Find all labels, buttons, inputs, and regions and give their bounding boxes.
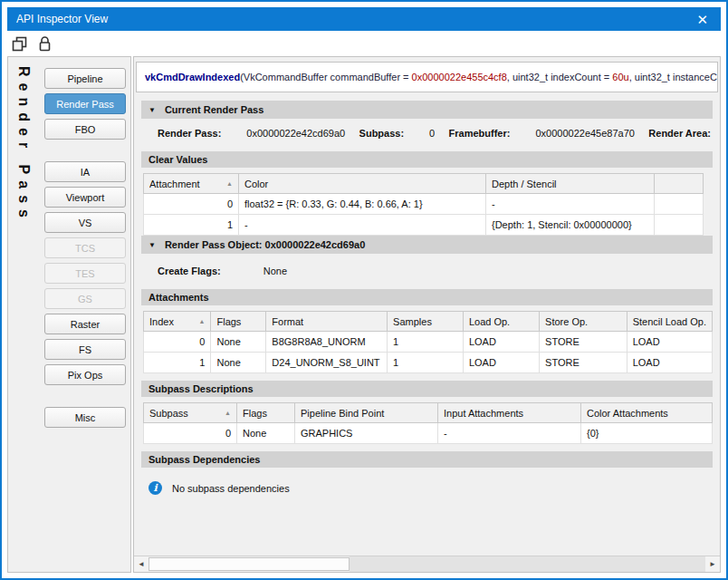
- column-header-flags[interactable]: Flags: [237, 403, 295, 423]
- table-cell: None: [211, 332, 266, 353]
- stage-button-gs: GS: [44, 288, 126, 309]
- column-header-label: Flags: [216, 316, 260, 327]
- column-header-stencil-load-op[interactable]: Stencil Load Op.: [627, 312, 712, 332]
- column-header-format[interactable]: Format: [266, 312, 388, 332]
- field-value: 0x0000022e42cd69a0: [246, 128, 345, 139]
- table-cell: LOAD: [627, 332, 712, 353]
- api-call-function-name: vkCmdDrawIndexed: [145, 72, 240, 82]
- table-cell: 0: [144, 332, 211, 353]
- table-cell: -: [486, 194, 655, 215]
- column-header-attachment[interactable]: Attachment▲: [144, 174, 239, 194]
- field-render-area: Render Area:: [648, 128, 711, 139]
- scrollbar-track[interactable]: [350, 556, 705, 572]
- column-header-index[interactable]: Index▲: [144, 312, 211, 332]
- column-header-subpass[interactable]: Subpass▲: [144, 403, 237, 423]
- column-header-flags[interactable]: Flags: [211, 312, 266, 332]
- table-cell: STORE: [540, 353, 627, 373]
- table-row[interactable]: 1NoneD24_UNORM_S8_UINT1LOADSTORELOAD: [144, 353, 713, 373]
- stage-button-pipeline[interactable]: Pipeline: [44, 68, 126, 89]
- column-header-label: Flags: [243, 408, 289, 419]
- column-header-empty[interactable]: [655, 174, 704, 194]
- duplicate-panel-button[interactable]: [9, 34, 29, 53]
- stage-buttons: PipelineRender PassFBOIAViewportVSTCSTES…: [34, 57, 130, 572]
- table-cell: -: [239, 215, 486, 236]
- section-title: Current Render Pass: [165, 104, 263, 115]
- api-call-segment: , uint32_t indexCount =: [507, 72, 613, 82]
- column-header-label: Attachment: [149, 179, 223, 189]
- horizontal-scrollbar[interactable]: ◄ ►: [134, 556, 720, 572]
- sort-asc-icon: ▲: [225, 410, 231, 416]
- render-pass-content: ▼ Current Render Pass Render Pass:0x0000…: [134, 95, 720, 556]
- scroll-left-button[interactable]: ◄: [134, 556, 148, 572]
- window-title: API Inspector View: [16, 13, 693, 25]
- table-cell: 1: [388, 353, 464, 373]
- table-row[interactable]: 0float32 = {R: 0.33, G: 0.44, B: 0.66, A…: [144, 194, 704, 215]
- api-call-signature: vkCmdDrawIndexed(VkCommandBuffer command…: [136, 62, 718, 92]
- stage-button-render-pass[interactable]: Render Pass: [44, 93, 126, 114]
- table-cell: LOAD: [627, 353, 712, 373]
- stage-button-fbo[interactable]: FBO: [44, 119, 126, 140]
- stage-button-fs[interactable]: FS: [44, 339, 126, 360]
- window-titlebar[interactable]: API Inspector View ✕: [7, 7, 721, 31]
- table-header-row: Attachment▲ColorDepth / Stencil: [144, 174, 704, 194]
- table-cell: [655, 215, 704, 236]
- no-dependencies-row: i No subpass dependencies: [141, 473, 713, 495]
- field-subpass: Subpass:0: [359, 128, 436, 139]
- table-cell: 0: [144, 423, 237, 444]
- copy-icon: [11, 35, 28, 53]
- attachments-table: Index▲FlagsFormatSamplesLoad Op.Store Op…: [141, 311, 713, 373]
- table-cell: [655, 194, 704, 215]
- table-row[interactable]: 1-{Depth: 1, Stencil: 0x00000000}: [144, 215, 704, 236]
- section-current-render-pass[interactable]: ▼ Current Render Pass: [141, 101, 713, 119]
- collapse-icon[interactable]: ▼: [148, 106, 156, 114]
- info-icon: i: [148, 481, 162, 495]
- stage-button-tes: TES: [44, 263, 126, 284]
- current-render-pass-fields: Render Pass:0x0000022e42cd69a0Subpass:0F…: [141, 125, 713, 144]
- column-header-label: Index: [149, 316, 196, 327]
- field-render-pass: Render Pass:0x0000022e42cd69a0: [158, 128, 345, 139]
- field-label: Render Area:: [648, 128, 711, 139]
- no-dependencies-message: No subpass dependencies: [172, 483, 290, 494]
- column-header-depth-stencil[interactable]: Depth / Stencil: [486, 174, 655, 194]
- scroll-right-button[interactable]: ►: [705, 556, 720, 572]
- stage-button-raster[interactable]: Raster: [44, 314, 126, 334]
- section-render-pass-object[interactable]: ▼ Render Pass Object: 0x0000022e42cd69a0: [141, 236, 713, 254]
- table-cell: {0}: [581, 423, 713, 444]
- table-row[interactable]: 0NoneB8G8R8A8_UNORM1LOADSTORELOAD: [144, 332, 713, 353]
- column-header-label: Stencil Load Op.: [633, 316, 706, 327]
- collapse-icon[interactable]: ▼: [148, 241, 156, 249]
- lock-button[interactable]: [34, 34, 54, 53]
- subsection-attachments: Attachments: [141, 289, 713, 305]
- stage-button-ia[interactable]: IA: [44, 161, 126, 182]
- stage-button-pix-ops[interactable]: Pix Ops: [44, 364, 126, 385]
- table-cell: 1: [144, 215, 239, 236]
- column-header-samples[interactable]: Samples: [388, 312, 464, 332]
- table-cell: LOAD: [463, 332, 539, 353]
- render-pass-panel: vkCmdDrawIndexed(VkCommandBuffer command…: [133, 56, 721, 573]
- column-header-load-op[interactable]: Load Op.: [463, 312, 539, 332]
- column-header-pipeline-bind-point[interactable]: Pipeline Bind Point: [295, 403, 438, 423]
- section-title: Render Pass Object: 0x0000022e42cd69a0: [165, 239, 365, 250]
- close-icon[interactable]: ✕: [693, 13, 712, 26]
- column-header-label: Depth / Stencil: [492, 179, 648, 189]
- column-header-color[interactable]: Color: [239, 174, 486, 194]
- stage-sidebar: Render Pass PipelineRender PassFBOIAView…: [7, 56, 131, 573]
- sidebar-vertical-label: Render Pass: [8, 57, 34, 572]
- column-header-color-attachments[interactable]: Color Attachments: [581, 403, 713, 423]
- table-cell: 0: [144, 194, 239, 215]
- stage-button-viewport[interactable]: Viewport: [44, 187, 126, 208]
- stage-button-tcs: TCS: [44, 237, 126, 258]
- table-cell: STORE: [540, 332, 627, 353]
- field-framebuffer: Framebuffer:0x0000022e45e87a70: [449, 128, 635, 139]
- table-cell: 1: [144, 353, 211, 373]
- scrollbar-thumb[interactable]: [148, 557, 350, 571]
- column-header-store-op[interactable]: Store Op.: [540, 312, 627, 332]
- table-row[interactable]: 0NoneGRAPHICS-{0}: [144, 423, 713, 444]
- table-cell: B8G8R8A8_UNORM: [266, 332, 388, 353]
- stage-button-vs[interactable]: VS: [44, 212, 126, 233]
- stage-button-misc[interactable]: Misc: [44, 407, 126, 428]
- column-header-label: Pipeline Bind Point: [301, 408, 432, 419]
- column-header-label: Format: [272, 316, 381, 327]
- column-header-input-attachments[interactable]: Input Attachments: [438, 403, 581, 423]
- api-call-segment: , uint32_t instanceCount =: [629, 72, 718, 82]
